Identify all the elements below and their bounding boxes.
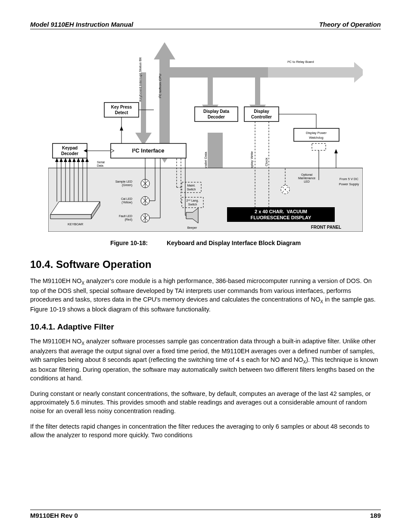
svg-text:LED: LED — [304, 180, 310, 183]
paragraph-3: During constant or nearly constant conce… — [30, 389, 381, 415]
svg-marker-6 — [354, 62, 363, 83]
label-i2c-relay: I²C to Relay Board — [287, 60, 314, 64]
heading-software-operation: 10.4. Software Operation — [30, 258, 381, 271]
svg-text:Maint.: Maint. — [187, 184, 195, 187]
svg-text:Watchdog: Watchdog — [309, 136, 324, 140]
paragraph-2: The M9110EH NOX analyzer software proces… — [30, 337, 381, 383]
svg-text:Serial: Serial — [97, 161, 105, 164]
svg-text:I²C Interface: I²C Interface — [132, 147, 164, 154]
box-keypad-decoder: Keypad Decoder — [53, 143, 87, 158]
svg-marker-94 — [334, 149, 338, 153]
svg-text:Detect: Detect — [115, 110, 128, 115]
header-right: Theory of Operation — [319, 21, 381, 28]
svg-text:Display Data: Display Data — [203, 109, 229, 114]
header-left: Model 9110EH Instruction Manual — [30, 21, 133, 28]
figure-title: Keyboard and Display Interface Block Dia… — [167, 240, 301, 246]
svg-marker-44 — [64, 158, 67, 162]
svg-text:(Green): (Green) — [122, 184, 132, 187]
svg-text:Decoder: Decoder — [61, 151, 78, 156]
box-display-power-watchdog: Display Power Watchdog — [294, 128, 339, 141]
paragraph-1: The M9110EH NOX analyzer's core module i… — [30, 277, 381, 314]
svg-text:Display: Display — [254, 109, 269, 114]
figure-label: Figure 10-18: — [110, 240, 148, 246]
box-i2c-interface: I²C Interface — [111, 143, 186, 158]
svg-marker-40 — [55, 158, 59, 162]
label-front-panel: FRONT PANEL — [311, 225, 341, 230]
svg-marker-52 — [81, 158, 84, 162]
svg-text:Sample LED: Sample LED — [115, 180, 132, 184]
svg-text:Key Press: Key Press — [111, 105, 132, 109]
svg-marker-50 — [77, 158, 80, 162]
heading-adaptive-filter: 10.4.1. Adaptive Filter — [30, 322, 381, 332]
footer-page-number: 189 — [370, 512, 381, 519]
box-key-press-detect: Key Press Detect — [104, 103, 139, 117]
label-keyboard-interrupt: Keyboard Interrupt Status Bit — [138, 57, 142, 102]
svg-rect-5 — [268, 67, 354, 78]
footer-left: M9110EH Rev 0 — [30, 512, 78, 519]
svg-text:(Yellow): (Yellow) — [121, 201, 132, 204]
figure-diagram: I²C to Relay Board Keyboard Interrupt St… — [48, 38, 363, 233]
svg-marker-48 — [72, 158, 76, 162]
svg-text:2 x 40 CHAR.  VACUUM: 2 x 40 CHAR. VACUUM — [255, 209, 307, 214]
svg-text:FLUORESCENCE DISPLAY: FLUORESCENCE DISPLAY — [251, 215, 311, 220]
page-footer: M9110EH Rev 0 189 — [30, 510, 381, 519]
svg-text:Decoder: Decoder — [208, 115, 225, 119]
svg-text:Switch: Switch — [187, 188, 196, 191]
svg-text:Display Power: Display Power — [306, 131, 327, 135]
svg-text:Maintenance: Maintenance — [298, 177, 315, 180]
label-i2c-cpu: I²C to/from CPU — [158, 74, 162, 98]
page-header: Model 9110EH Instruction Manual Theory o… — [30, 21, 381, 29]
svg-marker-37 — [50, 215, 91, 219]
svg-text:Beeper: Beeper — [187, 226, 197, 230]
svg-text:Controller: Controller — [251, 115, 272, 119]
box-display-data-decoder: Display Data Decoder — [195, 107, 238, 121]
svg-text:Power Supply: Power Supply — [339, 182, 359, 186]
svg-text:(Red): (Red) — [125, 218, 132, 221]
svg-text:Data: Data — [97, 164, 103, 167]
svg-rect-35 — [48, 168, 363, 232]
svg-text:Switch: Switch — [188, 203, 197, 206]
svg-marker-46 — [68, 158, 72, 162]
svg-rect-84 — [312, 143, 326, 150]
svg-text:Cal LED: Cal LED — [121, 197, 132, 200]
label-clock: Clock — [265, 157, 268, 166]
svg-text:Keypad: Keypad — [62, 146, 78, 150]
page: Model 9110EH Instruction Manual Theory o… — [0, 0, 411, 532]
paragraph-4: If the filter detects rapid changes in c… — [30, 422, 381, 439]
svg-text:Optional: Optional — [301, 173, 313, 177]
figure-caption: Figure 10-18: Keyboard and Display Inter… — [30, 240, 381, 246]
svg-text:From 5 V DC: From 5 V DC — [339, 177, 358, 181]
svg-text:2ⁿᵈ Lang.: 2ⁿᵈ Lang. — [187, 199, 199, 202]
svg-marker-54 — [85, 158, 89, 162]
box-display-controller: Display Controller — [244, 107, 279, 121]
label-keyboar: KEYBOAR — [68, 222, 84, 226]
svg-marker-13 — [120, 126, 123, 131]
svg-text:Fault LED: Fault LED — [119, 215, 132, 218]
svg-marker-42 — [59, 158, 63, 162]
block-diagram-svg: I²C to Relay Board Keyboard Interrupt St… — [48, 38, 363, 232]
